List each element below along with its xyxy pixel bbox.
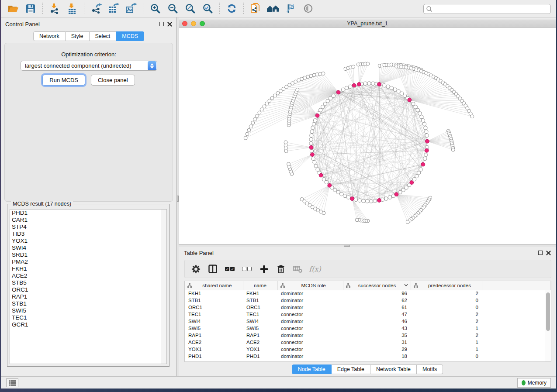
scrollbar-thumb[interactable] xyxy=(546,292,550,331)
homes-button[interactable] xyxy=(266,2,280,15)
mcds-result-list[interactable]: PHD1CAR1STP4TID3YOX1SWI4SRD1PMA2FKH1ACE2… xyxy=(10,209,167,364)
mcds-result-item[interactable]: SWI4 xyxy=(10,244,166,251)
float-panel-icon[interactable] xyxy=(538,251,543,255)
tab-node-table[interactable]: Node Table xyxy=(292,364,332,374)
mcds-result-item[interactable]: RAP1 xyxy=(10,293,166,300)
tab-mcds[interactable]: MCDS xyxy=(116,31,144,41)
table-scrollbar[interactable] xyxy=(545,290,551,361)
tab-style[interactable]: Style xyxy=(66,31,90,41)
memory-label: Memory xyxy=(528,380,547,386)
table-row[interactable]: SWI4SWI4dominator462 xyxy=(185,318,551,325)
search-input[interactable] xyxy=(433,6,550,12)
toolbar-separator xyxy=(84,3,84,15)
network-graph[interactable] xyxy=(179,28,557,244)
import-table-button[interactable] xyxy=(65,2,80,15)
table-row[interactable]: SWI5SWI5connector431 xyxy=(185,325,551,332)
table-row[interactable]: TEC1TEC1connector472 xyxy=(185,311,551,318)
tab-edge-table[interactable]: Edge Table xyxy=(332,364,370,374)
mcds-result-item[interactable]: PHD1 xyxy=(10,210,166,217)
tab-select[interactable]: Select xyxy=(90,31,117,41)
mcds-result-item[interactable]: PMA2 xyxy=(10,258,166,265)
tab-network-table[interactable]: Network Table xyxy=(370,364,417,374)
column-header-name[interactable]: name xyxy=(243,281,277,290)
table-row[interactable]: ACE2ACE2connector311 xyxy=(185,339,551,346)
mcds-result-item[interactable]: GCR1 xyxy=(10,321,166,328)
column-header-predecessor-nodes[interactable]: predecessor nodes xyxy=(411,281,482,290)
table-row[interactable]: YOX1YOX1connector291 xyxy=(185,346,551,353)
task-history-button[interactable] xyxy=(6,378,18,387)
fx-icon: f(x) xyxy=(309,265,321,273)
network-canvas[interactable] xyxy=(179,28,556,244)
delete-column-button[interactable] xyxy=(274,262,287,275)
memory-button[interactable]: Memory xyxy=(517,378,551,388)
table-panel-title: Table Panel xyxy=(184,250,214,256)
mcds-result-item[interactable]: TEC1 xyxy=(10,314,166,321)
list-scrollbar[interactable] xyxy=(161,210,166,364)
zoom-selected-button[interactable] xyxy=(200,2,215,15)
close-panel-icon[interactable] xyxy=(546,251,551,255)
zoom-out-button[interactable] xyxy=(165,2,180,15)
toolbar-search[interactable] xyxy=(423,4,551,14)
criterion-select[interactable]: largest connected component (undirected) xyxy=(21,61,157,71)
select-all-button[interactable]: ✓✓ xyxy=(223,262,236,275)
zoom-fit-icon xyxy=(185,3,196,14)
toolbar-separator xyxy=(219,3,220,15)
toolbar-separator xyxy=(42,3,43,15)
mcds-result-title: MCDS result (17 nodes) xyxy=(11,201,73,207)
function-builder-button[interactable]: f(x) xyxy=(308,262,322,275)
close-panel-icon[interactable] xyxy=(167,22,172,27)
export-table-icon xyxy=(107,3,120,14)
column-header-shared-name[interactable]: shared name xyxy=(185,281,243,290)
refresh-button[interactable] xyxy=(224,2,239,15)
column-header-MCDS-role[interactable]: MCDS role xyxy=(277,281,343,290)
network-window-titlebar[interactable]: YPA_prune.txt_1 xyxy=(179,20,556,28)
mcds-result-item[interactable]: ACE2 xyxy=(10,272,166,279)
table-header-row[interactable]: shared namenameMCDS rolesuccessor nodesp… xyxy=(185,281,551,290)
show-columns-button[interactable] xyxy=(206,262,219,275)
table-row[interactable]: PHD1PHD1dominator180 xyxy=(185,353,551,360)
table-row[interactable]: STB1STB1dominator620 xyxy=(185,297,551,304)
tab-network[interactable]: Network xyxy=(33,31,66,41)
unchecked-boxes-icon xyxy=(242,267,252,271)
mcds-result-item[interactable]: ORC1 xyxy=(10,286,166,293)
column-header-successor-nodes[interactable]: successor nodes xyxy=(343,281,411,290)
optimization-criterion-label: Optimization criterion: xyxy=(5,51,173,58)
show-hide-button[interactable] xyxy=(301,2,315,15)
table-row[interactable]: ORC1ORC1dominator610 xyxy=(185,304,551,311)
mcds-result-item[interactable]: CAR1 xyxy=(10,217,166,224)
mcds-result-item[interactable]: SWI5 xyxy=(10,307,166,314)
annotation-flag-button[interactable] xyxy=(283,2,298,15)
export-network-button[interactable] xyxy=(89,2,104,15)
gear-icon xyxy=(191,265,201,274)
mcds-result-item[interactable]: STB5 xyxy=(10,279,166,286)
checked-boxes-icon: ✓✓ xyxy=(225,267,235,271)
add-column-button[interactable] xyxy=(257,262,270,275)
zoom-selected-icon xyxy=(202,3,213,14)
mcds-result-item[interactable]: YOX1 xyxy=(10,237,166,244)
table-row[interactable]: FKH1FKH1dominator962 xyxy=(185,290,551,297)
mcds-result-item[interactable]: STP4 xyxy=(10,224,166,230)
close-panel-button[interactable]: Close panel xyxy=(91,75,135,86)
open-session-button[interactable] xyxy=(6,2,21,15)
export-network-icon xyxy=(90,3,102,14)
mcds-result-item[interactable]: SRD1 xyxy=(10,251,166,258)
deselect-all-button[interactable] xyxy=(240,262,253,275)
tab-motifs[interactable]: Motifs xyxy=(417,364,443,374)
mcds-result-item[interactable]: TID3 xyxy=(10,230,166,237)
save-session-button[interactable] xyxy=(23,2,38,15)
import-table-icon xyxy=(66,3,78,14)
mcds-result-item[interactable]: FKH1 xyxy=(10,265,166,272)
clone-network-button[interactable] xyxy=(248,2,263,15)
mcds-result-item[interactable]: STB1 xyxy=(10,300,166,307)
export-table-button[interactable] xyxy=(106,2,121,15)
table-settings-button[interactable] xyxy=(189,262,202,275)
run-mcds-button[interactable]: Run MCDS xyxy=(42,75,85,86)
table-row[interactable]: RAP1RAP1dominator352 xyxy=(185,332,551,339)
delete-table-icon xyxy=(293,265,303,273)
delete-table-button[interactable] xyxy=(291,262,304,275)
import-network-button[interactable] xyxy=(47,2,62,15)
zoom-in-button[interactable] xyxy=(148,2,163,15)
zoom-fit-button[interactable] xyxy=(183,2,197,15)
export-image-button[interactable] xyxy=(124,2,138,15)
float-panel-icon[interactable] xyxy=(159,22,164,26)
